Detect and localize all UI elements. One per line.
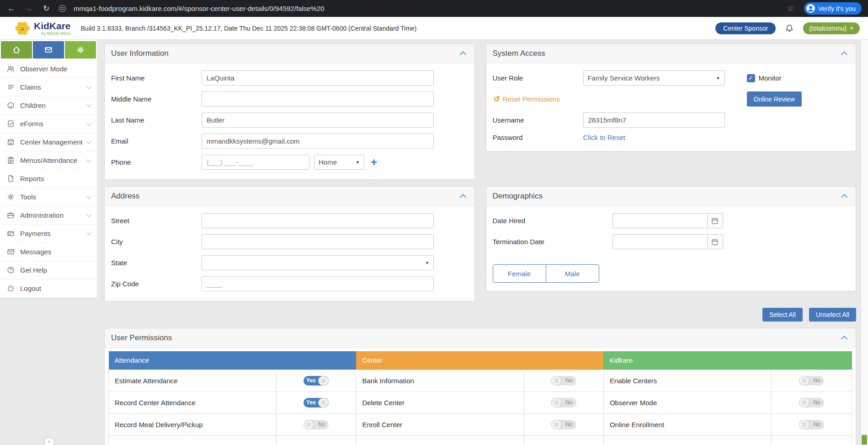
check-document-icon xyxy=(6,120,15,128)
permissions-table: Attendance Center Kidkare Estimate Atten… xyxy=(108,351,852,445)
state-select[interactable]: ▼ xyxy=(202,255,434,270)
sidebar-item-eforms[interactable]: eForms xyxy=(0,115,97,133)
calendar-icon[interactable] xyxy=(708,213,723,228)
permission-toggle[interactable]: No xyxy=(799,398,824,407)
scrollbar-thumb[interactable] xyxy=(862,435,867,445)
sidebar-item-label: Observer Mode xyxy=(20,65,67,73)
unselect-all-button[interactable]: Unselect All xyxy=(809,308,856,322)
caret-down-icon: ▼ xyxy=(716,76,720,80)
date-hired-label: Date Hired xyxy=(493,217,612,225)
sidebar-item-get-help[interactable]: Get Help xyxy=(0,261,97,279)
termination-date-input[interactable] xyxy=(612,234,708,249)
verify-button[interactable]: Verify it's you xyxy=(804,2,862,15)
permission-toggle[interactable]: No xyxy=(551,398,576,407)
male-button[interactable]: Male xyxy=(546,264,599,283)
chevron-down-icon xyxy=(86,139,91,144)
sidebar-item-logout[interactable]: Logout xyxy=(0,279,97,298)
clipboard-icon xyxy=(6,156,15,165)
sidebar-item-reports[interactable]: Reports xyxy=(0,170,97,188)
center-sponsor-button[interactable]: Center Sponsor xyxy=(715,22,776,34)
settings-shortcut-button[interactable] xyxy=(65,41,96,59)
messages-shortcut-button[interactable] xyxy=(33,41,64,59)
panel-title: User Permissions xyxy=(111,333,172,343)
sidebar-item-label: Tools xyxy=(20,193,36,201)
permission-toggle[interactable]: No xyxy=(551,376,576,386)
chevron-down-icon xyxy=(86,193,91,198)
calendar-icon[interactable] xyxy=(708,234,723,249)
sidebar-item-messages[interactable]: Messages xyxy=(0,243,97,261)
user-role-select[interactable]: Family Service Workers ▼ xyxy=(583,70,725,86)
notifications-bell-icon[interactable] xyxy=(785,24,794,33)
add-phone-button[interactable]: + xyxy=(371,157,377,168)
site-info-icon[interactable] xyxy=(59,5,66,12)
online-review-button[interactable]: Online Review xyxy=(747,91,802,107)
toggle-state-label: Yes xyxy=(304,377,318,384)
collapse-button[interactable] xyxy=(839,48,849,59)
toggle-state-label: No xyxy=(809,399,824,406)
password-reset-link[interactable]: Click to Reset xyxy=(583,134,626,141)
permission-toggle[interactable]: Yes xyxy=(304,376,329,386)
bookmark-star-icon[interactable]: ☆ xyxy=(787,4,794,13)
date-hired-input[interactable] xyxy=(612,213,708,228)
permission-toggle[interactable]: No xyxy=(799,420,824,429)
phone-input[interactable] xyxy=(202,155,309,170)
street-label: Street xyxy=(111,217,202,225)
username-input[interactable] xyxy=(583,113,725,128)
reload-icon[interactable]: ↻ xyxy=(41,4,51,13)
collapse-button[interactable] xyxy=(839,191,849,201)
home-icon xyxy=(12,46,21,54)
first-name-input[interactable] xyxy=(202,70,434,86)
address-bar[interactable]: mmqa1-foodprogram.kidkare.com/#/sponsor-… xyxy=(74,5,780,12)
sidebar-item-claims[interactable]: Claims xyxy=(0,78,97,97)
sidebar-item-menus-attendance[interactable]: Menus/Attendance xyxy=(0,151,97,170)
select-all-button[interactable]: Select All xyxy=(762,308,803,322)
sidebar-item-children[interactable]: Children xyxy=(0,97,97,115)
phone-type-select[interactable]: Home ▼ xyxy=(314,155,364,170)
monitor-checkbox[interactable]: ✓ xyxy=(747,74,755,82)
sidebar-nav: Observer Mode Claims Children eForms Cen… xyxy=(0,60,97,298)
street-input[interactable] xyxy=(202,213,434,228)
city-input[interactable] xyxy=(202,234,434,249)
back-icon[interactable]: ← xyxy=(6,4,16,13)
permission-toggle[interactable]: No xyxy=(551,420,576,429)
panel-title: Demographics xyxy=(493,192,543,201)
address-panel: Address Street City State ▼ xyxy=(104,186,475,301)
scroll-button[interactable]: ^ xyxy=(44,437,54,445)
permission-toggle[interactable]: Yes xyxy=(304,398,329,407)
last-name-input[interactable] xyxy=(202,113,434,128)
permission-toggle[interactable]: No xyxy=(799,376,824,386)
main-content: User Information First Name Middle Name … xyxy=(97,40,861,445)
permission-label: Bank Information xyxy=(356,370,524,391)
demographics-panel: Demographics Date Hired Termination Date xyxy=(486,186,857,291)
middle-name-input[interactable] xyxy=(202,91,434,107)
toggle-state-label: No xyxy=(809,377,824,384)
logo-subtitle: by Minute Menu xyxy=(41,32,70,36)
sidebar-item-center-management[interactable]: Center Management xyxy=(0,133,97,151)
kidkare-logo: KidKare by Minute Menu xyxy=(14,20,71,37)
sidebar-item-payments[interactable]: Payments xyxy=(0,225,97,243)
chevron-up-icon xyxy=(841,335,847,342)
permission-toggle[interactable]: No xyxy=(304,420,329,429)
gear-icon xyxy=(76,46,85,54)
sidebar-item-observer-mode[interactable]: Observer Mode xyxy=(0,60,97,78)
phone-type-value: Home xyxy=(319,158,337,166)
collapse-button[interactable] xyxy=(839,333,849,343)
zip-code-input[interactable] xyxy=(202,276,434,291)
verify-label: Verify it's you xyxy=(818,5,856,12)
panel-title: User Information xyxy=(111,49,169,58)
reset-permissions-link[interactable]: ↺ Reset Permissions xyxy=(494,94,560,104)
female-button[interactable]: Female xyxy=(493,264,546,283)
sidebar-item-tools[interactable]: Tools xyxy=(0,188,97,206)
permission-label: Estimate Attendance xyxy=(109,370,277,391)
collapse-button[interactable] xyxy=(458,191,468,201)
toggle-knob xyxy=(799,398,809,407)
forward-icon[interactable]: → xyxy=(24,4,34,13)
password-label: Password xyxy=(493,134,583,141)
toggle-knob xyxy=(551,420,562,429)
sidebar-item-administration[interactable]: Administration xyxy=(0,206,97,225)
email-input[interactable] xyxy=(202,134,434,149)
collapse-button[interactable] xyxy=(458,48,468,59)
table-row: Estimate Attendance Yes Bank Information… xyxy=(109,370,852,391)
account-menu-button[interactable]: (totalcommu) ▼ xyxy=(803,22,860,34)
home-button[interactable] xyxy=(1,41,32,59)
